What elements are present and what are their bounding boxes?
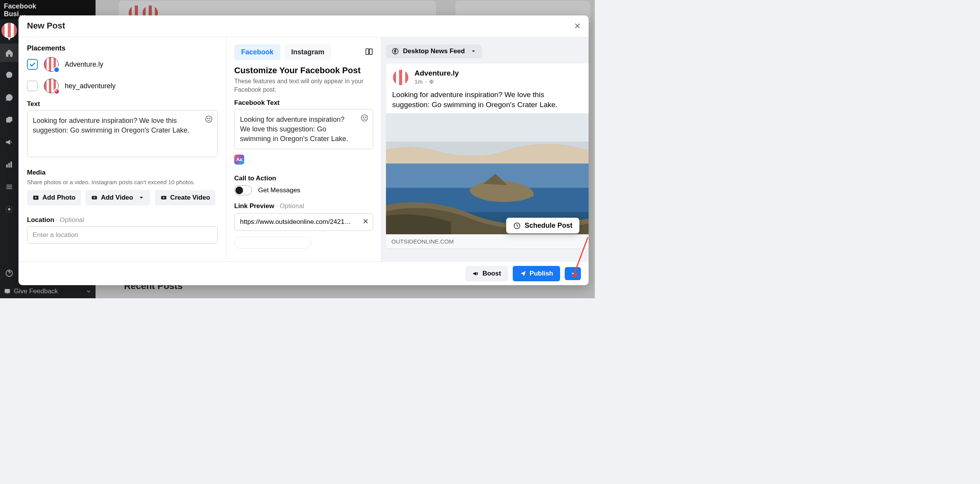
add-photo-button[interactable]: Add Photo (27, 190, 81, 205)
customize-title: Customize Your Facebook Post (234, 66, 373, 76)
check-icon (29, 61, 36, 68)
send-icon (520, 270, 527, 277)
help-icon (5, 269, 13, 277)
side-by-side-button[interactable] (365, 47, 373, 57)
link-preview-optional: · Optional (276, 202, 304, 210)
customize-column: Facebook Instagram Customize Your Facebo… (227, 37, 381, 261)
page-avatar-small (44, 57, 59, 72)
preview-page-name: Adventure.ly (414, 69, 459, 77)
svg-point-19 (365, 117, 366, 118)
svg-point-6 (8, 208, 10, 210)
feedback-label: Give Feedback (14, 287, 58, 295)
emoji-button[interactable] (360, 114, 369, 124)
media-hint: Share photos or a video. Instagram posts… (27, 179, 218, 185)
feedback-icon (4, 288, 11, 295)
modal-title: New Post (27, 21, 65, 30)
tab-instagram[interactable]: Instagram (284, 44, 331, 60)
gear-icon (5, 205, 13, 213)
chat-icon (5, 93, 13, 102)
megaphone-icon (5, 138, 13, 146)
publish-options-button[interactable] (565, 267, 581, 280)
modal-close[interactable] (572, 20, 583, 32)
cards-icon (5, 116, 13, 124)
svg-point-11 (210, 118, 210, 119)
tab-facebook[interactable]: Facebook (234, 44, 280, 60)
nav-home[interactable] (0, 44, 18, 62)
nav-help[interactable] (0, 264, 18, 282)
clear-link-button[interactable] (362, 217, 369, 227)
location-input[interactable] (27, 226, 218, 244)
add-video-button[interactable]: Add Video (86, 190, 150, 205)
text-label: Text (27, 100, 218, 108)
page-avatar[interactable] (0, 21, 18, 40)
nav-pages[interactable] (0, 111, 18, 129)
schedule-post-menu-item[interactable]: Schedule Post (506, 218, 579, 234)
caret-down-icon (570, 271, 576, 276)
create-video-button[interactable]: Create Video (155, 190, 216, 205)
nav-messenger[interactable] (0, 88, 18, 107)
close-icon (573, 22, 582, 30)
preview-avatar (392, 69, 409, 86)
cta-title: Call to Action (234, 175, 373, 182)
nav-whatsapp[interactable] (0, 66, 18, 84)
chevron-down-icon (138, 194, 145, 201)
preview-select-label: Desktop News Feed (403, 47, 465, 55)
link-preview-stub (234, 237, 311, 249)
link-url-input[interactable]: https://www.outsideonline.com/2421… (234, 213, 373, 231)
nav-settings[interactable] (0, 200, 18, 218)
columns-icon (365, 47, 373, 56)
home-icon (5, 49, 13, 57)
publish-label: Publish (530, 270, 553, 277)
cta-toggle[interactable] (234, 185, 252, 195)
preview-select[interactable]: Desktop News Feed (386, 44, 482, 58)
link-preview-main: Link Preview (234, 202, 276, 210)
preview-time: 1m (414, 78, 423, 85)
publish-button[interactable]: Publish (513, 266, 560, 281)
brand-line1: Facebook (4, 2, 36, 10)
nav-insights[interactable] (0, 155, 18, 174)
nav-ads[interactable] (0, 133, 18, 151)
schedule-post-label: Schedule Post (525, 222, 572, 230)
placement-checkbox-facebook[interactable] (27, 59, 38, 70)
bar-chart-icon (5, 160, 13, 169)
placement-checkbox-instagram[interactable] (27, 81, 38, 91)
emoji-button[interactable] (205, 115, 213, 125)
nav-menu[interactable] (0, 178, 18, 196)
add-photo-label: Add Photo (42, 194, 76, 202)
placement-name: Adventure.ly (65, 61, 103, 69)
placements-title: Placements (27, 44, 218, 52)
placement-name: hey_adventurely (65, 82, 116, 90)
svg-point-18 (363, 117, 364, 118)
media-title: Media (27, 169, 218, 176)
boost-label: Boost (482, 270, 501, 277)
facebook-icon (391, 47, 399, 55)
svg-point-10 (207, 118, 208, 119)
placement-row-facebook[interactable]: Adventure.ly (27, 57, 218, 72)
preview-link-domain: OUTSIDEONLINE.COM (386, 234, 589, 249)
create-video-label: Create Video (170, 194, 210, 202)
svg-point-17 (361, 115, 368, 121)
megaphone-icon (472, 270, 479, 277)
emoji-icon (360, 114, 369, 122)
preview-image (386, 113, 589, 234)
create-video-icon (160, 194, 167, 201)
modal-footer: Boost Publish (18, 261, 589, 285)
location-title: Location · Optional (27, 216, 218, 224)
give-feedback[interactable]: Give Feedback (0, 284, 96, 298)
svg-point-0 (7, 72, 12, 78)
close-icon (362, 217, 369, 225)
location-optional: · Optional (56, 216, 84, 224)
globe-icon (429, 79, 434, 84)
add-video-label: Add Video (101, 194, 133, 202)
svg-rect-15 (366, 49, 369, 54)
menu-icon (5, 183, 13, 191)
svg-rect-16 (369, 49, 372, 54)
facebook-text-input[interactable] (234, 109, 373, 149)
boost-button[interactable]: Boost (465, 266, 508, 281)
text-background-button[interactable]: Aa (234, 155, 244, 165)
crater-lake-illustration (386, 113, 589, 234)
clock-icon (513, 222, 521, 230)
emoji-icon (205, 115, 213, 123)
placement-row-instagram[interactable]: hey_adventurely (27, 79, 218, 93)
post-text-input[interactable] (27, 110, 218, 157)
